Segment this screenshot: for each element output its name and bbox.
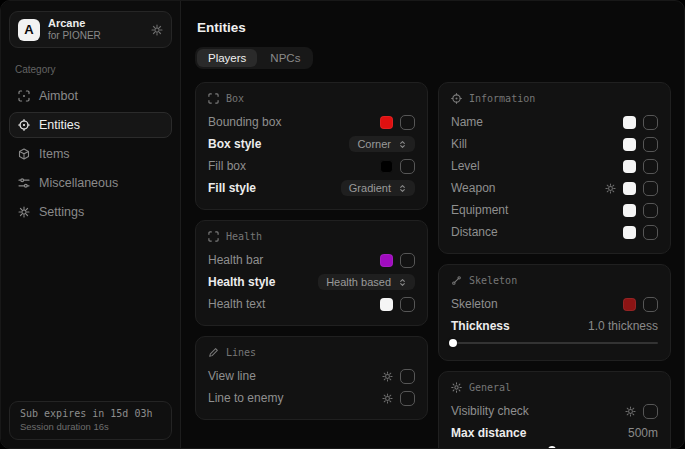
dropdown-fill-style[interactable]: Gradient [341,180,415,196]
setting-label: Level [451,159,480,173]
sidebar: A Arcane for PIONER Category Aimbot [1,1,181,448]
tab-npcs[interactable]: NPCs [259,49,311,67]
sidebar-item-miscellaneous[interactable]: Miscellaneous [9,170,172,196]
checkbox-skeleton[interactable] [643,297,658,312]
color-swatch-fill-box[interactable] [380,160,393,173]
unfold-icon [398,278,407,287]
tab-bar: Players NPCs [195,47,313,69]
main-content: Entities Players NPCs Box Bounding box [181,1,684,448]
setting-label: Equipment [451,203,508,217]
dropdown-box-style[interactable]: Corner [349,136,415,152]
package-icon [18,148,30,160]
setting-label: Visibility check [451,404,529,418]
sidebar-item-label: Miscellaneous [39,176,118,190]
checkbox-weapon[interactable] [643,181,658,196]
sidebar-item-aimbot[interactable]: Aimbot [9,83,172,109]
checkbox-equipment[interactable] [643,203,658,218]
card-health: Health Health bar Health style H [195,220,428,326]
color-swatch-bounding-box[interactable] [380,116,393,129]
sun-icon [451,382,462,393]
card-title: Skeleton [469,275,517,286]
sliders-icon [18,177,30,189]
setting-row-thickness: Thickness 1.0 thickness [451,315,658,337]
slider-thumb[interactable] [449,339,457,347]
sidebar-item-entities[interactable]: Entities [9,112,172,138]
setting-row-health-text: Health text [208,293,415,315]
setting-row-fill-style: Fill style Gradient [208,177,415,199]
color-swatch-weapon[interactable] [623,182,636,195]
setting-label: Health text [208,297,265,311]
setting-label: Distance [451,225,498,239]
setting-label: Weapon [451,181,495,195]
page-title: Entities [197,20,671,35]
card-lines-header: Lines [208,347,415,358]
tab-players[interactable]: Players [197,49,257,67]
card-title: Information [469,93,535,104]
color-swatch-health-bar[interactable] [380,254,393,267]
setting-row-name: Name [451,111,658,133]
color-swatch-kill[interactable] [623,138,636,151]
color-swatch-equipment[interactable] [623,204,636,217]
thickness-value: 1.0 thickness [588,319,658,333]
color-swatch-skeleton[interactable] [623,298,636,311]
checkbox-health-text[interactable] [400,297,415,312]
gear-icon[interactable] [382,393,393,404]
dropdown-value: Health based [326,276,391,288]
setting-row-max-distance: Max distance 500m [451,422,658,444]
target-icon [451,93,462,104]
checkbox-view-line[interactable] [400,369,415,384]
checkbox-level[interactable] [643,159,658,174]
max-distance-slider[interactable] [451,445,658,448]
setting-row-box-style: Box style Corner [208,133,415,155]
color-swatch-name[interactable] [623,116,636,129]
gear-icon[interactable] [625,406,636,417]
gear-icon[interactable] [382,371,393,382]
checkbox-line-to-enemy[interactable] [400,391,415,406]
card-title: Box [226,93,244,104]
right-column: Information Name Kill [438,82,671,448]
checkbox-health-bar[interactable] [400,253,415,268]
sidebar-item-label: Settings [39,205,84,219]
checkbox-kill[interactable] [643,137,658,152]
crosshair-icon [18,90,30,102]
logo-card: A Arcane for PIONER [9,11,172,48]
color-swatch-distance[interactable] [623,226,636,239]
sidebar-nav: Aimbot Entities Items Miscellaneous [9,83,172,228]
dropdown-value: Corner [357,138,391,150]
checkbox-bounding-box[interactable] [400,115,415,130]
dropdown-health-style[interactable]: Health based [318,274,415,290]
card-information-header: Information [451,93,658,104]
checkbox-name[interactable] [643,115,658,130]
thickness-slider[interactable] [451,338,658,348]
card-general-header: General [451,382,658,393]
setting-label: Max distance [451,426,526,440]
setting-label: Skeleton [451,297,498,311]
setting-row-level: Level [451,155,658,177]
setting-row-health-style: Health style Health based [208,271,415,293]
card-title: General [469,382,511,393]
bone-icon [451,275,462,286]
setting-label: Name [451,115,483,129]
setting-label: Kill [451,137,467,151]
gear-icon [18,206,30,218]
card-box-header: Box [208,93,415,104]
checkbox-fill-box[interactable] [400,159,415,174]
card-box: Box Bounding box Box style Corne [195,82,428,210]
slider-track[interactable] [451,342,658,344]
app-tagline: for PIONER [48,30,101,42]
sidebar-item-items[interactable]: Items [9,141,172,167]
card-lines: Lines View line Line to enemy [195,336,428,420]
setting-row-visibility-check: Visibility check [451,400,658,422]
checkbox-visibility-check[interactable] [643,404,658,419]
checkbox-distance[interactable] [643,225,658,240]
color-swatch-level[interactable] [623,160,636,173]
gear-icon[interactable] [605,183,616,194]
sidebar-item-label: Items [39,147,70,161]
sidebar-item-settings[interactable]: Settings [9,199,172,225]
gear-icon[interactable] [151,24,163,36]
color-swatch-health-text[interactable] [380,298,393,311]
setting-row-line-to-enemy: Line to enemy [208,387,415,409]
slider-thumb[interactable] [548,446,556,448]
sidebar-item-label: Aimbot [39,89,78,103]
card-skeleton-header: Skeleton [451,275,658,286]
